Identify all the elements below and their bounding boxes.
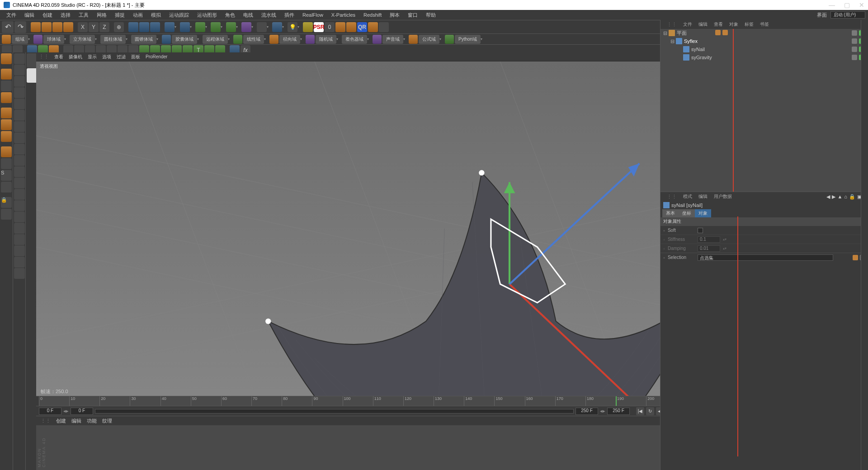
array[interactable] xyxy=(226,22,236,32)
menu-plugins[interactable]: 插件 xyxy=(281,11,298,19)
attr-stiffness-input[interactable]: 0.1 xyxy=(698,236,720,243)
render-settings[interactable] xyxy=(150,22,160,32)
menu-xparticles[interactable]: X-Particles xyxy=(328,11,359,19)
field-linear[interactable]: 线性域 xyxy=(243,35,264,44)
range-start2[interactable]: 0 F xyxy=(71,408,93,415)
coord-system[interactable]: ⊕ xyxy=(114,22,124,32)
attr-damping-input[interactable]: 0.01 xyxy=(698,245,720,252)
lock-mode[interactable]: 🔒 xyxy=(1,197,12,208)
misc-1[interactable] xyxy=(335,22,345,32)
lt2-20[interactable] xyxy=(14,268,25,279)
lt2-16[interactable] xyxy=(14,223,25,234)
menu-file[interactable]: 文件 xyxy=(3,11,20,19)
tree-item-sygravity[interactable]: syGravity xyxy=(660,53,868,61)
lt2-6[interactable] xyxy=(14,110,25,121)
field-remote[interactable]: 远程体域 xyxy=(203,35,228,44)
vm-prorender[interactable]: ProRender xyxy=(146,54,167,59)
vm-camera[interactable]: 摄像机 xyxy=(69,54,82,60)
attr-sel-tag-icon[interactable] xyxy=(853,255,858,260)
field-formula[interactable]: 公式域 xyxy=(419,35,439,44)
menu-animate[interactable]: 动画 xyxy=(129,11,146,19)
scale-tool[interactable] xyxy=(52,22,62,32)
vm-filter[interactable]: 过滤 xyxy=(117,54,126,60)
lt2-12[interactable] xyxy=(14,178,25,188)
tag-icon-1[interactable] xyxy=(715,30,721,35)
attr-home-icon[interactable]: ⌂ xyxy=(844,194,847,200)
layout-select[interactable]: 启动 (用户) xyxy=(830,11,865,19)
menu-motiontrack[interactable]: 运动跟踪 xyxy=(165,11,193,19)
obj-tab-objects[interactable]: 对象 xyxy=(729,21,738,28)
obj-tab-view[interactable]: 查看 xyxy=(714,21,723,28)
obj-tab-tags[interactable]: 标签 xyxy=(745,21,754,28)
snap-mode[interactable]: S xyxy=(1,170,12,181)
menu-create[interactable]: 创建 xyxy=(39,11,56,19)
field-shader[interactable]: 着色器域 xyxy=(342,35,367,44)
env[interactable] xyxy=(257,22,267,32)
select-tool[interactable] xyxy=(31,22,41,32)
tree-item-平面[interactable]: ⊟平面 xyxy=(660,29,868,37)
lt2-9[interactable] xyxy=(14,144,25,155)
lt2-1[interactable] xyxy=(14,53,25,64)
menu-mograph[interactable]: 运动图形 xyxy=(193,11,221,19)
menu-simulate[interactable]: 模拟 xyxy=(147,11,165,19)
menu-sculpt[interactable]: 电线 xyxy=(240,11,257,19)
range-end2[interactable]: 250 F xyxy=(607,408,630,415)
menu-mesh[interactable]: 网格 xyxy=(93,11,110,19)
attr-subtab-coord[interactable]: 坐标 xyxy=(679,209,695,217)
attr-subtab-object[interactable]: 对象 xyxy=(695,209,711,217)
lock-y[interactable]: Y xyxy=(89,22,99,32)
point-mode[interactable] xyxy=(1,108,12,118)
field-cube[interactable]: 立方体域 xyxy=(70,35,95,44)
generator[interactable] xyxy=(195,22,205,32)
redo-button[interactable]: ↷ xyxy=(14,21,26,33)
misc-2[interactable] xyxy=(346,22,356,32)
render-view[interactable] xyxy=(128,22,138,32)
field-icon-4[interactable] xyxy=(233,35,242,44)
obj-tab-file[interactable]: 文件 xyxy=(683,21,692,28)
axis-mode[interactable] xyxy=(1,146,12,157)
tree-item-syflex[interactable]: ⊟Syflex xyxy=(660,37,868,45)
field-icon-2[interactable] xyxy=(33,35,42,44)
attr-tab-userdata[interactable]: 用户数据 xyxy=(714,193,732,200)
attr-subtab-basic[interactable]: 基本 xyxy=(662,209,679,217)
spline-tool[interactable] xyxy=(180,22,190,32)
field-icon-1[interactable] xyxy=(2,35,11,44)
texture-mode[interactable] xyxy=(1,80,12,91)
field-random[interactable]: 随机域 xyxy=(316,35,336,44)
lt2-11[interactable] xyxy=(14,166,25,177)
lt2-19[interactable] xyxy=(14,257,25,268)
obj-tab-bookmarks[interactable]: 书签 xyxy=(760,21,769,28)
close-button[interactable]: ✕ xyxy=(859,1,864,9)
lt2-4[interactable] xyxy=(14,87,25,98)
range-end[interactable]: 250 F xyxy=(576,408,598,415)
rotate-tool[interactable] xyxy=(63,22,73,32)
viewport-solo[interactable] xyxy=(1,209,12,220)
menu-redshift[interactable]: Redshift xyxy=(360,11,385,19)
lt2-7[interactable] xyxy=(14,121,25,132)
make-editable[interactable] xyxy=(1,53,12,64)
lt2-14[interactable] xyxy=(14,200,25,211)
field-icon-7[interactable] xyxy=(373,35,382,44)
misc-3[interactable] xyxy=(368,22,378,32)
lock-z[interactable]: Z xyxy=(99,22,109,32)
menu-pipeline[interactable]: 流水线 xyxy=(258,11,280,19)
field-icon-6[interactable] xyxy=(306,35,315,44)
mat-tab-edit[interactable]: 编辑 xyxy=(71,418,81,424)
field-radial[interactable]: 径向域 xyxy=(279,35,300,44)
field-python[interactable]: Python域 xyxy=(455,35,481,44)
attr-tab-edit[interactable]: 编辑 xyxy=(698,193,708,200)
psr-icon[interactable] xyxy=(303,22,313,32)
mat-tab-tex[interactable]: 纹理 xyxy=(102,418,112,424)
menu-realflow[interactable]: RealFlow xyxy=(299,11,327,19)
qr-icon[interactable]: QR xyxy=(357,22,367,32)
field-icon-3[interactable] xyxy=(162,35,171,44)
deformer[interactable] xyxy=(241,22,251,32)
menu-select[interactable]: 选择 xyxy=(57,11,74,19)
attr-lock-icon[interactable]: 🔒 xyxy=(849,194,855,200)
lt2-13[interactable] xyxy=(14,189,25,200)
attr-tab-mode[interactable]: 模式 xyxy=(683,193,692,200)
attr-soft-checkbox[interactable] xyxy=(698,228,703,233)
workplane-toggle[interactable] xyxy=(1,182,12,193)
menu-snap[interactable]: 捕捉 xyxy=(111,11,128,19)
range-slider[interactable] xyxy=(95,409,574,414)
